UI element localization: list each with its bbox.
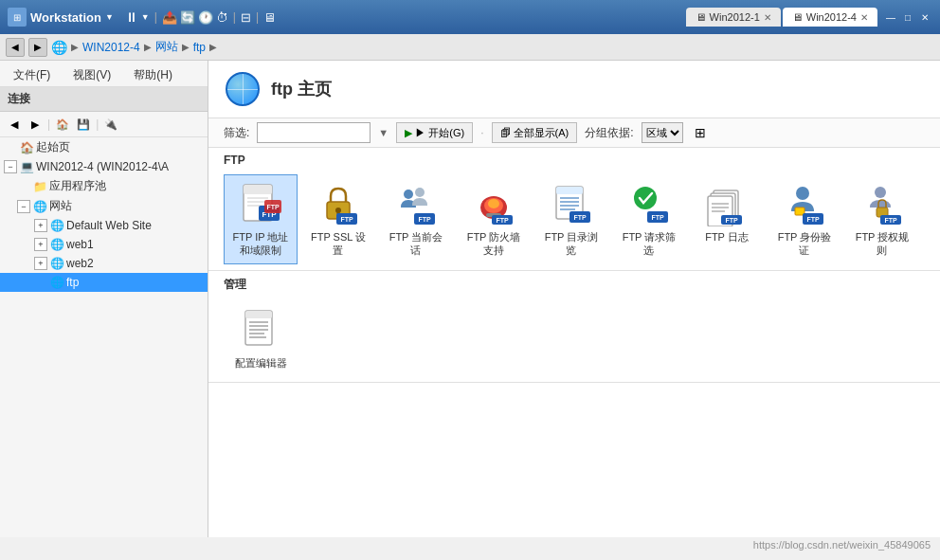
tab-close-btn2[interactable]: ✕ — [860, 12, 868, 23]
maximize-btn[interactable]: □ — [900, 10, 915, 24]
filter-showall-btn[interactable]: 🗐 全部显示(A) — [492, 122, 578, 143]
group-select[interactable]: 区域 — [642, 122, 683, 143]
toolbar-sep3: | — [256, 10, 259, 24]
filter-input[interactable] — [257, 122, 371, 143]
config-editor-icon[interactable]: 配置编辑器 — [224, 300, 298, 376]
web1-icon: 🌐 — [49, 237, 64, 252]
back-btn[interactable]: ◀ — [6, 38, 25, 57]
title-dropdown-arrow[interactable]: ▼ — [105, 12, 114, 22]
ftp-icon-dir[interactable]: FTP FTP 目录浏览 — [534, 174, 608, 264]
toolbar-send-icon[interactable]: 📤 — [162, 10, 177, 25]
content-panel: ftp 主页 筛选: ▼ ▶ ▶ 开始(G) · 🗐 全部显示(A) 分组依据:… — [208, 61, 940, 537]
tree-label-sites: 网站 — [49, 198, 204, 214]
ftp-icon-rule[interactable]: FTP FTP 授权规则 — [845, 174, 919, 264]
title-bar: ⊞ Workstation ▼ ⏸ ▼ | 📤 🔄 🕐 ⏱ | ⊟ | 🖥 🖥 … — [0, 0, 940, 34]
ftp-icon-firewall[interactable]: FTP FTP 防火墙支持 — [457, 174, 531, 264]
path-arrow-0: ▶ — [71, 42, 79, 52]
filter-label: 筛选: — [224, 125, 249, 141]
svg-text:FTP: FTP — [418, 216, 431, 223]
ftp-auth-svg: FTP — [782, 181, 827, 226]
tab-win2012-1[interactable]: 🖥 Win2012-1 ✕ — [686, 8, 781, 27]
ftp-icon-ip[interactable]: FTP FTP FTP IP 地址和域限制 — [224, 174, 298, 264]
toolbar-clock2-icon[interactable]: ⏱ — [216, 10, 228, 25]
toolbar-clock-icon[interactable]: 🕐 — [198, 10, 213, 25]
sidebar-tool-home[interactable]: 🏠 — [54, 116, 71, 133]
svg-point-14 — [404, 190, 413, 199]
ftp-log-img: FTP — [704, 181, 750, 226]
sidebar-tool-connect[interactable]: 🔌 — [102, 116, 119, 133]
path-item-1[interactable]: 网站 — [155, 39, 178, 55]
defaultsite-icon: 🌐 — [49, 218, 64, 233]
filter-bar: 筛选: ▼ ▶ ▶ 开始(G) · 🗐 全部显示(A) 分组依据: 区域 ⊞ — [208, 118, 940, 148]
tree-item-server[interactable]: − 💻 WIN2012-4 (WIN2012-4\A — [0, 157, 208, 176]
menu-file[interactable]: 文件(F) — [8, 65, 56, 85]
ftp-dir-img: FTP — [549, 181, 594, 226]
ftp-icons-grid: FTP FTP FTP IP 地址和域限制 — [208, 169, 940, 271]
path-arrow-2: ▶ — [182, 42, 190, 52]
filter-start-btn[interactable]: ▶ ▶ 开始(G) — [396, 122, 473, 143]
tree-item-home[interactable]: 🏠 起始页 — [0, 137, 208, 157]
ftp-icon: 🌐 — [49, 275, 64, 290]
toolbar-monitor-icon[interactable]: 🖥 — [263, 10, 276, 25]
svg-text:FTP: FTP — [884, 217, 897, 224]
menu-view[interactable]: 视图(V) — [67, 65, 117, 85]
tree-item-apppool[interactable]: 📁 应用程序池 — [0, 176, 208, 196]
address-path: ▶ WIN2012-4 ▶ 网站 ▶ ftp ▶ — [71, 39, 934, 55]
view-toggle-icon[interactable]: ⊞ — [695, 125, 706, 140]
tab-label: Win2012-1 — [710, 11, 760, 23]
toolbar-dropdown-icon[interactable]: ▼ — [141, 12, 150, 22]
tab-close-btn[interactable]: ✕ — [764, 12, 771, 23]
ftp-ssl-label: FTP SSL 设置 — [311, 230, 366, 258]
tree-label-home: 起始页 — [36, 139, 204, 155]
ftp-icon-auth[interactable]: FTP FTP 身份验证 — [768, 174, 841, 264]
sidebar-toolbar: ◀ ▶ | 🏠 💾 | 🔌 — [0, 112, 208, 137]
tree-item-web2[interactable]: + 🌐 web2 — [0, 254, 208, 273]
sidebar: 文件(F) 视图(V) 帮助(H) 连接 ◀ ▶ | 🏠 💾 | 🔌 🏠 起始页… — [0, 61, 208, 537]
ftp-icon-log[interactable]: FTP FTP 日志 — [690, 174, 764, 264]
menu-bar: 文件(F) 视图(V) 帮助(H) — [0, 64, 208, 87]
expand-server[interactable]: − — [4, 160, 17, 173]
svg-text:FTP: FTP — [725, 217, 738, 224]
tree-item-sites[interactable]: − 🌐 网站 — [0, 196, 208, 216]
ftp-reqfilter-img: FTP — [626, 181, 672, 226]
showall-btn-label: 全部显示(A) — [514, 126, 569, 140]
path-item-2[interactable]: ftp — [193, 41, 206, 54]
menu-help[interactable]: 帮助(H) — [128, 65, 178, 85]
sidebar-tool-back[interactable]: ◀ — [6, 116, 23, 133]
toolbar-rotate-icon[interactable]: 🔄 — [180, 10, 195, 25]
path-item-0[interactable]: WIN2012-4 — [82, 41, 140, 54]
minimize-btn[interactable]: — — [883, 10, 898, 24]
group-label: 分组依据: — [585, 125, 633, 141]
app-icon: ⊞ — [8, 8, 27, 27]
web2-icon: 🌐 — [49, 256, 64, 271]
expand-web1[interactable]: + — [34, 238, 47, 251]
toolbar-pause-icon[interactable]: ⏸ — [125, 9, 138, 25]
ftp-icon-ssl[interactable]: FTP FTP SSL 设置 — [301, 174, 375, 264]
forward-btn[interactable]: ▶ — [28, 38, 47, 57]
close-btn[interactable]: ✕ — [917, 10, 932, 24]
tree-item-defaultsite[interactable]: + 🌐 Default Web Site — [0, 216, 208, 235]
tree-item-ftp[interactable]: 🌐 ftp — [0, 273, 208, 292]
toolbar-window-icon[interactable]: ⊟ — [241, 10, 251, 25]
title-bar-left: ⊞ Workstation ▼ ⏸ ▼ | 📤 🔄 🕐 ⏱ | ⊟ | 🖥 — [8, 8, 680, 27]
tabs-container: 🖥 Win2012-1 ✕ 🖥 Win2012-4 ✕ — [686, 8, 877, 27]
sidebar-tool-forward[interactable]: ▶ — [27, 116, 44, 133]
tree-label-apppool: 应用程序池 — [49, 178, 204, 194]
expand-web2[interactable]: + — [34, 257, 47, 270]
ftp-icon-session[interactable]: FTP FTP 当前会话 — [379, 174, 453, 264]
expand-defaultsite[interactable]: + — [34, 219, 47, 232]
filter-arrow-icon: ▼ — [378, 127, 389, 138]
tab-win2012-4[interactable]: 🖥 Win2012-4 ✕ — [783, 8, 877, 27]
header-icon — [224, 70, 262, 108]
ftp-icon-reqfilter[interactable]: FTP FTP 请求筛选 — [612, 174, 686, 264]
sidebar-tool-save[interactable]: 💾 — [75, 116, 92, 133]
tree-item-web1[interactable]: + 🌐 web1 — [0, 235, 208, 254]
path-arrow-3: ▶ — [209, 42, 217, 52]
sidebar-section-title: 连接 — [0, 87, 208, 112]
sidebar-tool-sep: | — [47, 117, 50, 131]
svg-text:FTP: FTP — [573, 214, 587, 221]
ftp-rule-svg: FTP — [859, 181, 905, 226]
svg-text:FTP: FTP — [651, 214, 664, 221]
ftp-session-img: FTP — [393, 181, 439, 226]
expand-sites[interactable]: − — [17, 200, 30, 213]
